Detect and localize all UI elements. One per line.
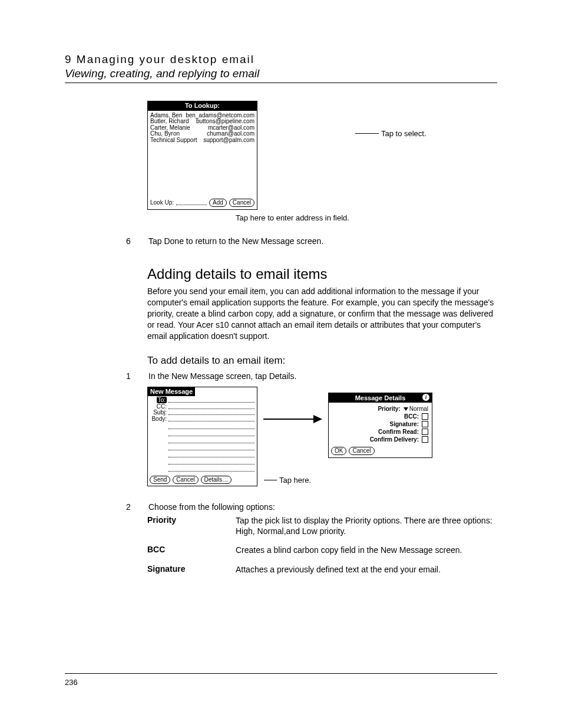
lookup-title: To Lookup:: [148, 101, 257, 111]
section-heading: Adding details to email items: [147, 266, 497, 282]
body-line[interactable]: [168, 446, 254, 450]
new-message-screen: New Message To: CC: Subj: Body:: [147, 387, 257, 487]
send-button[interactable]: Send: [150, 476, 170, 484]
subj-label: Subj:: [150, 410, 167, 416]
cancel-button[interactable]: Cancel: [349, 447, 374, 455]
body-label: Body:: [150, 416, 167, 423]
arrow-icon: [263, 410, 322, 428]
subsection-heading: To add details to an email item:: [147, 355, 497, 367]
option-def: Attaches a previously defined text at th…: [236, 564, 497, 575]
body-line[interactable]: [168, 439, 254, 443]
confirm-read-label: Confirm Read:: [378, 429, 419, 435]
priority-picker[interactable]: Normal: [404, 406, 428, 412]
page-number: 236: [65, 678, 78, 687]
confirm-read-checkbox[interactable]: [422, 429, 428, 435]
confirm-delivery-label: Confirm Delivery:: [370, 436, 419, 443]
contact-row[interactable]: Butler, Richardbuttons@pipeline.com: [150, 118, 254, 125]
tap-here-callout: Tap here.: [264, 476, 497, 485]
bcc-label: BCC:: [404, 413, 419, 420]
body-line[interactable]: [168, 424, 254, 429]
lookup-label: Look Up:: [150, 200, 174, 206]
body-line[interactable]: [168, 453, 254, 457]
message-details-title: Message Details: [355, 394, 406, 401]
cancel-button[interactable]: Cancel: [229, 199, 254, 207]
add-button[interactable]: Add: [209, 199, 227, 207]
chapter-subtitle: Viewing, creating, and replying to email: [65, 67, 497, 80]
subj-field[interactable]: [168, 410, 254, 415]
step-text: Choose from the following options:: [148, 502, 275, 512]
chevron-down-icon: [404, 407, 408, 411]
to-field[interactable]: [168, 398, 254, 403]
contact-row[interactable]: Chu, Byronchuman@aol.com: [150, 131, 254, 137]
option-def: Tap the pick list to display the Priorit…: [236, 515, 497, 536]
header-rule: [65, 83, 497, 83]
signature-label: Signature:: [390, 421, 419, 427]
body-field[interactable]: [168, 417, 254, 421]
message-details-screen: Message Details i Priority: Normal BCC: …: [328, 393, 432, 458]
body-line[interactable]: [168, 431, 254, 436]
ok-button[interactable]: OK: [331, 447, 346, 455]
bcc-checkbox[interactable]: [422, 413, 428, 420]
details-button[interactable]: Details…: [201, 476, 232, 484]
cancel-button[interactable]: Cancel: [173, 476, 198, 484]
lookup-screen: To Lookup: Adams, Benben_adams@netcom.co…: [147, 101, 257, 210]
chapter-title: 9 Managing your desktop email: [65, 53, 497, 66]
new-message-title: New Message: [148, 387, 195, 397]
tap-to-select-callout: Tap to select.: [355, 129, 427, 138]
step-text: Tap Done to return to the New Message sc…: [148, 236, 323, 246]
contact-row[interactable]: Technical Supportsupport@palm.com: [150, 137, 254, 144]
footer-rule: [65, 673, 497, 674]
to-label: To:: [157, 397, 167, 403]
step-number: 1: [126, 371, 133, 381]
option-def: Creates a blind carbon copy field in the…: [236, 545, 497, 555]
confirm-delivery-checkbox[interactable]: [422, 436, 428, 443]
option-term: Signature: [147, 564, 224, 575]
step-text: In the New Message screen, tap Details.: [148, 371, 296, 381]
section-paragraph: Before you send your email item, you can…: [147, 286, 497, 341]
signature-checkbox[interactable]: [422, 421, 428, 427]
option-term: Priority: [147, 515, 224, 536]
lookup-input[interactable]: [176, 200, 207, 205]
body-line[interactable]: [168, 460, 254, 465]
body-line[interactable]: [168, 467, 254, 472]
info-icon[interactable]: i: [422, 394, 429, 401]
option-term: BCC: [147, 545, 224, 555]
cc-field[interactable]: [168, 404, 254, 409]
step-number: 2: [126, 502, 133, 512]
lookup-caption: Tap here to enter address in field.: [236, 213, 349, 222]
svg-marker-1: [313, 415, 322, 423]
priority-label: Priority:: [378, 406, 400, 412]
step-number: 6: [126, 236, 133, 246]
